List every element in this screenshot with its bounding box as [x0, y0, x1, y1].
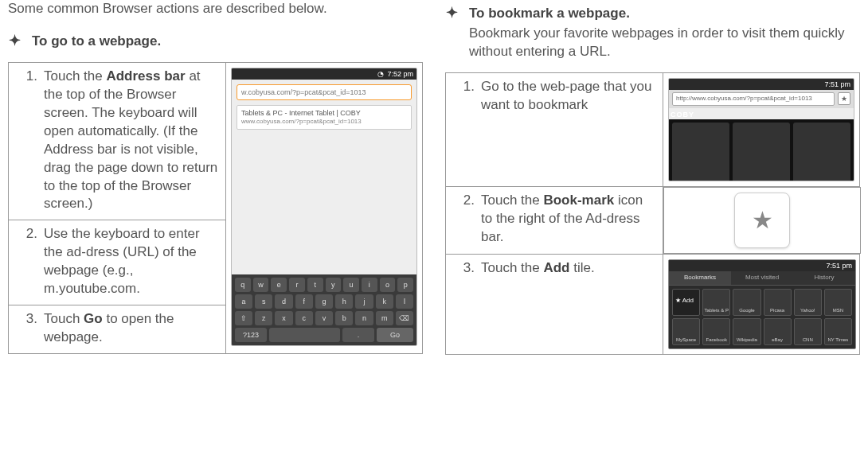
step-text: Touch the Add tile. [475, 254, 663, 354]
keyboard-key[interactable]: s [255, 294, 272, 309]
clock-icon: ◔ [377, 69, 384, 79]
screenshot-cell: 7:51 pm Bookmarks Most visited History ★… [663, 254, 860, 354]
screenshot-cell: 7:51 pm http://www.cobyusa.com/?p=pcat&p… [663, 72, 860, 186]
keyboard-key[interactable]: o [380, 278, 396, 292]
left-column: Some common Browser actions are describe… [8, 0, 423, 463]
keyboard-key[interactable]: t [307, 278, 323, 292]
url-suggestion[interactable]: Tablets & PC - Internet Tablet | COBY ww… [237, 105, 412, 130]
bookmark-tile[interactable]: Google [733, 289, 760, 316]
webpage-body [669, 119, 854, 181]
status-bar: 7:51 pm [669, 260, 855, 271]
keyboard-key[interactable]: a [235, 294, 252, 309]
status-time: 7:52 pm [387, 69, 413, 79]
keyboard-symbols-key[interactable]: ?123 [235, 328, 267, 342]
on-screen-keyboard[interactable]: qwertyuiop asdfghjkl ⇧zxcvbnm⌫ ?123 . Go [232, 274, 416, 345]
bookmark-tile[interactable]: Wikipedia [733, 318, 760, 345]
right-column: ✦ To bookmark a webpage. Bookmark your f… [445, 0, 860, 463]
heading-text: To bookmark a webpage. [469, 6, 630, 21]
plus-icon: ✦ [8, 33, 21, 50]
step-number: 3. [446, 254, 475, 354]
keyboard-key[interactable]: x [275, 311, 292, 325]
bookmark-icon[interactable]: ★ [838, 92, 850, 105]
keyboard-key[interactable]: q [235, 278, 251, 292]
address-bar[interactable]: w.cobyusa.com/?p=pcat&pcat_id=1013 [237, 84, 412, 100]
url-line: http://www.cobyusa.com/?p=pcat&pcat_id=1… [669, 90, 854, 108]
keyboard-key[interactable]: m [376, 311, 393, 325]
bookmark-tile[interactable]: Picasa [764, 289, 792, 316]
bookmark-tile[interactable]: MySpace [672, 318, 700, 345]
step-text: Touch the Book-mark icon to the right of… [475, 186, 663, 254]
step-text: Use the keyboard to enter the ad-dress (… [37, 220, 226, 305]
page: Some common Browser actions are describe… [0, 0, 868, 463]
keyboard-key[interactable]: g [315, 294, 333, 309]
keyboard-key[interactable]: b [335, 311, 353, 325]
keyboard-period-key[interactable]: . [342, 328, 374, 342]
status-bar: ◔ 7:52 pm [232, 68, 416, 80]
bookmark-tile[interactable]: eBay [764, 318, 792, 345]
keyboard-key[interactable]: n [355, 311, 373, 325]
step-number: 2. [446, 186, 475, 254]
plus-icon: ✦ [445, 5, 458, 22]
tab-most-visited[interactable]: Most visited [731, 271, 793, 285]
bookmark-tabs: Bookmarks Most visited History [669, 271, 855, 286]
keyboard-key[interactable]: w [253, 278, 269, 292]
keyboard-key[interactable]: j [355, 294, 373, 309]
steps-table-right: 1. Go to the web-page that you want to b… [445, 72, 860, 355]
step-number: 2. [9, 220, 38, 305]
address-bar[interactable]: http://www.cobyusa.com/?p=pcat&pcat_id=1… [672, 92, 835, 106]
heading-text: To go to a webpage. [32, 33, 161, 51]
tab-bookmarks[interactable]: Bookmarks [669, 271, 731, 285]
bookmark-tile[interactable]: Facebook [702, 318, 730, 345]
intro-text: Some common Browser actions are describe… [8, 0, 423, 18]
keyboard-key[interactable]: z [255, 311, 272, 325]
bookmark-tile[interactable]: Yahoo! [794, 289, 822, 316]
keyboard-go-key[interactable]: Go [377, 328, 413, 342]
screenshot-bookmarks: 7:51 pm Bookmarks Most visited History ★… [668, 259, 856, 349]
heading-subtext: Bookmark your favorite webpages in order… [469, 25, 860, 61]
step-number: 1. [446, 72, 475, 186]
status-bar: 7:51 pm [669, 79, 854, 90]
bookmark-tile[interactable]: MSN [824, 289, 852, 316]
keyboard-key[interactable]: c [295, 311, 313, 325]
bookmark-tile[interactable]: CNN [794, 318, 822, 345]
keyboard-key[interactable]: ⌫ [396, 311, 413, 325]
screenshot-browser-keyboard: ◔ 7:52 pm w.cobyusa.com/?p=pcat&pcat_id=… [231, 68, 417, 346]
keyboard-key[interactable]: d [275, 294, 292, 309]
keyboard-key[interactable]: e [271, 278, 287, 292]
steps-table-left: 1. Touch the Address bar at the top of t… [8, 62, 423, 354]
keyboard-key[interactable]: k [376, 294, 393, 309]
bookmark-icon-large[interactable]: ★ [734, 193, 790, 248]
screenshot-cell: ◔ 7:52 pm w.cobyusa.com/?p=pcat&pcat_id=… [226, 62, 423, 353]
keyboard-key[interactable]: u [343, 278, 359, 292]
keyboard-key[interactable]: y [326, 278, 342, 292]
screenshot-webpage: 7:51 pm http://www.cobyusa.com/?p=pcat&p… [668, 78, 854, 181]
step-text: Touch Go to open the webpage. [37, 305, 226, 354]
add-bookmark-tile[interactable]: ★ Add [672, 289, 700, 316]
heading-go-to-webpage: ✦ To go to a webpage. [8, 33, 423, 51]
keyboard-key[interactable]: r [289, 278, 305, 292]
step-number: 1. [9, 62, 38, 220]
bookmark-tile[interactable]: Tablets & P [702, 289, 730, 316]
keyboard-key[interactable]: i [362, 278, 377, 292]
keyboard-space-key[interactable] [269, 328, 340, 342]
keyboard-key[interactable]: p [397, 278, 413, 292]
keyboard-key[interactable]: h [335, 294, 353, 309]
step-number: 3. [9, 305, 38, 354]
keyboard-key[interactable]: f [295, 294, 313, 309]
tab-history[interactable]: History [793, 271, 855, 285]
bookmark-grid: ★ AddTablets & PGooglePicasaYahoo!MSNMyS… [669, 286, 855, 348]
keyboard-key[interactable]: v [315, 311, 333, 325]
keyboard-key[interactable]: ⇧ [235, 311, 252, 325]
screenshot-cell: ★ [663, 187, 861, 254]
status-time: 7:51 pm [826, 261, 852, 270]
bookmark-tile[interactable]: NY Times [824, 318, 852, 345]
coby-brand-text: COBY [669, 108, 854, 119]
keyboard-key[interactable]: l [396, 294, 413, 309]
heading-bookmark-webpage: ✦ To bookmark a webpage. Bookmark your f… [445, 5, 860, 61]
status-time: 7:51 pm [824, 80, 850, 89]
step-text: Touch the Address bar at the top of the … [37, 62, 226, 220]
step-text: Go to the web-page that you want to book… [475, 72, 663, 186]
